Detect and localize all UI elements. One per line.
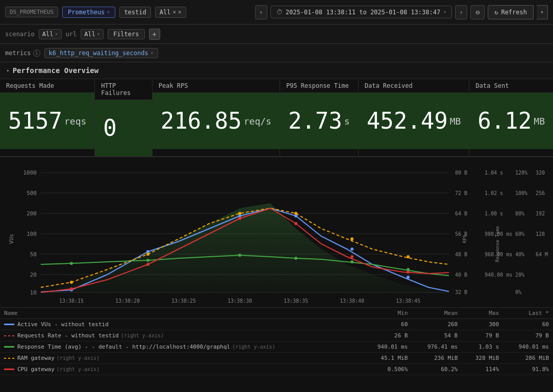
svg-point-65: [146, 253, 149, 256]
legend-row: CPU gateway (right y-axis) 0.506% 60.2% …: [0, 364, 553, 375]
svg-text:1.02 s: 1.02 s: [485, 190, 503, 196]
stat-value-requests: 5157: [8, 110, 62, 132]
stat-value-datarx: 452.49: [367, 110, 448, 132]
close-filter2-icon[interactable]: ✕: [178, 9, 182, 15]
legend-last: 286 MiB: [503, 353, 553, 364]
metric-select[interactable]: k6_http_req_waiting_seconds ▾: [44, 48, 158, 58]
section-title: Performance Overview: [13, 66, 99, 75]
svg-point-66: [238, 212, 241, 215]
col-mean: Mean: [412, 308, 462, 319]
url-select[interactable]: All ▾: [81, 29, 104, 39]
time-range-section: ‹ ⏱ 2025-01-08 13:38:11 to 2025-01-08 13…: [255, 5, 548, 19]
stat-body-requests: 5157 reqs: [0, 93, 94, 149]
legend-last: 79 B: [503, 330, 553, 341]
time-display[interactable]: ⏱ 2025-01-08 13:38:11 to 2025-01-08 13:3…: [270, 6, 452, 18]
svg-text:13:38:45: 13:38:45: [396, 298, 420, 304]
ds-name-label: Prometheus: [68, 9, 105, 16]
refresh-icon: ↻: [494, 9, 498, 16]
svg-text:80%: 80%: [515, 211, 524, 216]
legend-min: 940.01 ms: [362, 341, 412, 353]
stat-value-p95: 2.73: [288, 110, 342, 132]
svg-text:13:38:40: 13:38:40: [340, 298, 364, 304]
legend-max: 1.03 s: [462, 341, 503, 353]
legend-row: RAM gateway (right y-axis) 45.1 MiB 236 …: [0, 353, 553, 364]
stat-value-peakrps: 216.85: [161, 110, 242, 132]
svg-text:1000: 1000: [23, 169, 37, 176]
legend-min: 45.1 MiB: [362, 353, 412, 364]
close-filter-icon[interactable]: ✕: [172, 9, 176, 15]
stats-row: Requests Made 5157 reqs HTTP Failures 0 …: [0, 79, 553, 157]
svg-text:60%: 60%: [515, 231, 524, 237]
scenario-select[interactable]: All ▾: [39, 29, 62, 39]
scenario-label: scenario: [5, 31, 35, 38]
chart-area: 1000 500 200 100 50 20 10 VUs 80 B 72 B …: [0, 157, 553, 375]
stat-body-failures: 0: [95, 100, 152, 156]
stat-unit-peakrps: req/s: [244, 116, 271, 127]
legend-last: 91.8%: [503, 364, 553, 375]
time-prev-button[interactable]: ‹: [255, 5, 267, 19]
legend-row: Response Time (avg) - - default - http:/…: [0, 341, 553, 353]
ds-chevron-icon: ▾: [107, 9, 110, 15]
svg-point-56: [350, 248, 354, 251]
legend-mean: 236 MiB: [412, 353, 462, 364]
svg-point-58: [70, 262, 73, 265]
ds-selector[interactable]: Prometheus ▾: [62, 7, 115, 18]
svg-text:48 B: 48 B: [455, 252, 467, 257]
clock-icon: ⏱: [276, 8, 283, 16]
svg-point-71: [146, 263, 149, 266]
top-bar: DS_PROMETHEUS Prometheus ▾ testid All ✕ …: [0, 0, 553, 24]
stat-card-requests: Requests Made 5157 reqs: [0, 79, 95, 157]
all-filter-label: All: [160, 9, 171, 16]
svg-text:128 MiB: 128 MiB: [536, 231, 548, 237]
refresh-chevron-button[interactable]: ▾: [537, 5, 548, 19]
svg-text:40%: 40%: [515, 252, 524, 257]
legend-name: RAM gateway (right y-axis): [0, 353, 362, 364]
svg-point-73: [294, 222, 297, 225]
svg-text:120%: 120%: [515, 170, 527, 176]
refresh-button[interactable]: ↻ Refresh: [488, 5, 534, 19]
svg-point-61: [294, 257, 297, 260]
svg-point-74: [350, 255, 354, 258]
legend-min: 26 B: [362, 330, 412, 341]
svg-text:192 MiB: 192 MiB: [536, 211, 548, 216]
svg-text:13:38:25: 13:38:25: [171, 298, 196, 304]
svg-point-64: [70, 281, 73, 284]
stat-unit-datarx: MB: [450, 116, 461, 127]
legend-max: 328 MiB: [462, 353, 503, 364]
svg-text:200: 200: [27, 210, 37, 217]
svg-text:Response Time: Response Time: [495, 226, 500, 262]
stat-header-failures: HTTP Failures: [95, 79, 152, 100]
add-filter-button[interactable]: +: [149, 29, 160, 40]
svg-text:20: 20: [30, 272, 37, 278]
section-collapse-icon[interactable]: ▾: [6, 67, 10, 74]
metric-value: k6_http_req_waiting_seconds: [49, 50, 148, 57]
testid-filter[interactable]: testid: [119, 7, 150, 18]
stat-body-peakrps: 216.85 req/s: [153, 93, 280, 149]
svg-text:50: 50: [30, 251, 37, 258]
svg-point-59: [146, 259, 149, 262]
legend-row: Requests Rate - without testid (right y-…: [0, 330, 553, 341]
stat-header-datatx: Data Sent: [469, 79, 553, 93]
ds-tag: DS_PROMETHEUS: [5, 7, 58, 17]
legend-table: Name Min Mean Max Last * Act: [0, 307, 553, 375]
chart-container[interactable]: 1000 500 200 100 50 20 10 VUs 80 B 72 B …: [5, 162, 548, 305]
svg-text:100: 100: [27, 231, 37, 237]
scenario-chevron-icon: ▾: [55, 31, 58, 37]
svg-text:13:38:15: 13:38:15: [59, 298, 84, 304]
zoom-button[interactable]: ⊖: [470, 5, 485, 19]
col-name: Name: [0, 308, 362, 319]
svg-text:64 B: 64 B: [455, 211, 467, 216]
legend-max: 300: [462, 319, 503, 330]
filter-bar: scenario All ▾ url All ▾ Filters +: [0, 24, 553, 44]
stat-body-datarx: 452.49 MB: [359, 93, 469, 149]
svg-text:64 MiB: 64 MiB: [536, 252, 548, 257]
svg-point-75: [407, 271, 410, 274]
legend-mean: 60.2%: [412, 364, 462, 375]
svg-text:13:38:20: 13:38:20: [115, 298, 140, 304]
all-filter[interactable]: All ✕ ✕: [155, 7, 186, 18]
filters-button[interactable]: Filters: [108, 29, 145, 39]
time-next-button[interactable]: ›: [455, 5, 467, 19]
url-chevron-icon: ▾: [97, 31, 100, 37]
metric-chevron-icon: ▾: [150, 50, 154, 56]
legend-mean: 260: [412, 319, 462, 330]
